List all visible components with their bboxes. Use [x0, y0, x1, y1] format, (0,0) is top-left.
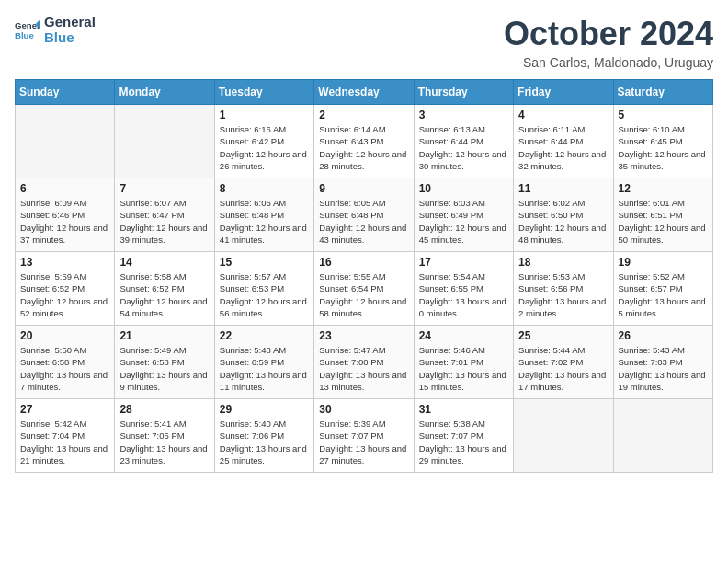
day-info: Sunrise: 6:09 AM Sunset: 6:46 PM Dayligh…	[20, 197, 109, 246]
day-number: 14	[119, 256, 209, 269]
day-number: 5	[619, 109, 708, 121]
month-title: October 2024	[504, 15, 713, 53]
calendar-day: 25Sunrise: 5:44 AM Sunset: 7:02 PM Dayli…	[514, 326, 613, 399]
calendar-day: 26Sunrise: 5:43 AM Sunset: 7:03 PM Dayli…	[613, 326, 712, 399]
calendar-day: 18Sunrise: 5:53 AM Sunset: 6:56 PM Dayli…	[514, 252, 613, 326]
day-info: Sunrise: 6:10 AM Sunset: 6:45 PM Dayligh…	[619, 123, 708, 172]
day-info: Sunrise: 6:02 AM Sunset: 6:50 PM Dayligh…	[518, 197, 608, 246]
calendar-day: 31Sunrise: 5:38 AM Sunset: 7:07 PM Dayli…	[414, 399, 513, 473]
weekday-header-friday: Friday	[514, 80, 613, 105]
day-number: 17	[419, 256, 508, 269]
day-info: Sunrise: 5:59 AM Sunset: 6:52 PM Dayligh…	[20, 270, 109, 319]
calendar-day: 16Sunrise: 5:55 AM Sunset: 6:54 PM Dayli…	[314, 252, 414, 326]
day-number: 29	[220, 403, 309, 416]
day-info: Sunrise: 6:11 AM Sunset: 6:44 PM Dayligh…	[518, 123, 608, 172]
title-block: October 2024 San Carlos, Maldonado, Urug…	[504, 15, 713, 70]
weekday-header-monday: Monday	[115, 80, 214, 105]
calendar-day: 30Sunrise: 5:39 AM Sunset: 7:07 PM Dayli…	[314, 399, 414, 473]
day-info: Sunrise: 6:01 AM Sunset: 6:51 PM Dayligh…	[619, 197, 708, 246]
day-info: Sunrise: 5:55 AM Sunset: 6:54 PM Dayligh…	[319, 270, 408, 319]
calendar-day	[16, 105, 115, 178]
weekday-header-wednesday: Wednesday	[314, 80, 414, 105]
calendar-day: 27Sunrise: 5:42 AM Sunset: 7:04 PM Dayli…	[16, 399, 115, 473]
day-info: Sunrise: 5:47 AM Sunset: 7:00 PM Dayligh…	[319, 344, 408, 393]
calendar-day: 4Sunrise: 6:11 AM Sunset: 6:44 PM Daylig…	[514, 105, 613, 178]
day-number: 9	[319, 182, 408, 195]
day-number: 10	[419, 182, 508, 195]
day-info: Sunrise: 5:54 AM Sunset: 6:55 PM Dayligh…	[419, 270, 508, 319]
day-number: 11	[518, 182, 608, 195]
calendar-table: SundayMondayTuesdayWednesdayThursdayFrid…	[15, 79, 713, 473]
calendar-week-1: 1Sunrise: 6:16 AM Sunset: 6:42 PM Daylig…	[16, 105, 713, 178]
day-info: Sunrise: 6:16 AM Sunset: 6:42 PM Dayligh…	[220, 123, 309, 172]
day-number: 24	[419, 329, 508, 342]
calendar-day: 29Sunrise: 5:40 AM Sunset: 7:06 PM Dayli…	[214, 399, 313, 473]
day-number: 3	[419, 109, 508, 121]
logo-blue-text: Blue	[44, 30, 96, 46]
calendar-day	[613, 399, 712, 473]
day-info: Sunrise: 6:06 AM Sunset: 6:48 PM Dayligh…	[220, 197, 309, 246]
day-info: Sunrise: 5:41 AM Sunset: 7:05 PM Dayligh…	[119, 418, 209, 466]
location: San Carlos, Maldonado, Uruguay	[504, 55, 713, 70]
day-info: Sunrise: 6:05 AM Sunset: 6:48 PM Dayligh…	[319, 197, 408, 246]
logo: General Blue General Blue	[15, 15, 96, 45]
day-number: 21	[119, 329, 209, 342]
calendar-day: 28Sunrise: 5:41 AM Sunset: 7:05 PM Dayli…	[115, 399, 214, 473]
day-number: 20	[20, 329, 109, 342]
calendar-day: 5Sunrise: 6:10 AM Sunset: 6:45 PM Daylig…	[613, 105, 712, 178]
day-info: Sunrise: 5:42 AM Sunset: 7:04 PM Dayligh…	[20, 418, 109, 466]
calendar-day: 11Sunrise: 6:02 AM Sunset: 6:50 PM Dayli…	[514, 178, 613, 252]
calendar-day: 19Sunrise: 5:52 AM Sunset: 6:57 PM Dayli…	[613, 252, 712, 326]
calendar-day: 13Sunrise: 5:59 AM Sunset: 6:52 PM Dayli…	[16, 252, 115, 326]
calendar-day: 2Sunrise: 6:14 AM Sunset: 6:43 PM Daylig…	[314, 105, 414, 178]
day-number: 18	[518, 256, 608, 269]
calendar-day	[514, 399, 613, 473]
calendar-day: 1Sunrise: 6:16 AM Sunset: 6:42 PM Daylig…	[214, 105, 313, 178]
day-info: Sunrise: 5:40 AM Sunset: 7:06 PM Dayligh…	[220, 418, 309, 466]
day-info: Sunrise: 5:58 AM Sunset: 6:52 PM Dayligh…	[119, 270, 209, 319]
calendar-day: 9Sunrise: 6:05 AM Sunset: 6:48 PM Daylig…	[314, 178, 414, 252]
day-info: Sunrise: 5:53 AM Sunset: 6:56 PM Dayligh…	[518, 270, 608, 319]
day-info: Sunrise: 5:57 AM Sunset: 6:53 PM Dayligh…	[220, 270, 309, 319]
svg-text:General: General	[15, 20, 40, 30]
day-info: Sunrise: 5:52 AM Sunset: 6:57 PM Dayligh…	[619, 270, 708, 319]
calendar-day: 21Sunrise: 5:49 AM Sunset: 6:58 PM Dayli…	[115, 326, 214, 399]
calendar-day: 6Sunrise: 6:09 AM Sunset: 6:46 PM Daylig…	[16, 178, 115, 252]
calendar-header: SundayMondayTuesdayWednesdayThursdayFrid…	[16, 80, 713, 105]
day-info: Sunrise: 5:39 AM Sunset: 7:07 PM Dayligh…	[319, 418, 408, 466]
weekday-header-tuesday: Tuesday	[214, 80, 313, 105]
day-info: Sunrise: 5:44 AM Sunset: 7:02 PM Dayligh…	[518, 344, 608, 393]
day-number: 8	[220, 182, 309, 195]
calendar-day: 12Sunrise: 6:01 AM Sunset: 6:51 PM Dayli…	[613, 178, 712, 252]
calendar-day: 7Sunrise: 6:07 AM Sunset: 6:47 PM Daylig…	[115, 178, 214, 252]
calendar-day: 14Sunrise: 5:58 AM Sunset: 6:52 PM Dayli…	[115, 252, 214, 326]
day-number: 30	[319, 403, 408, 416]
calendar-week-2: 6Sunrise: 6:09 AM Sunset: 6:46 PM Daylig…	[16, 178, 713, 252]
day-number: 28	[119, 403, 209, 416]
calendar-day: 24Sunrise: 5:46 AM Sunset: 7:01 PM Dayli…	[414, 326, 513, 399]
page-header: General Blue General Blue October 2024 S…	[15, 15, 713, 70]
day-number: 13	[20, 256, 109, 269]
calendar-day: 15Sunrise: 5:57 AM Sunset: 6:53 PM Dayli…	[214, 252, 313, 326]
calendar-day	[115, 105, 214, 178]
logo-general-text: General	[44, 15, 96, 30]
calendar-day: 23Sunrise: 5:47 AM Sunset: 7:00 PM Dayli…	[314, 326, 414, 399]
day-number: 26	[619, 329, 708, 342]
svg-text:Blue: Blue	[15, 29, 34, 40]
day-info: Sunrise: 5:49 AM Sunset: 6:58 PM Dayligh…	[119, 344, 209, 393]
day-info: Sunrise: 5:50 AM Sunset: 6:58 PM Dayligh…	[20, 344, 109, 393]
day-number: 16	[319, 256, 408, 269]
calendar-week-4: 20Sunrise: 5:50 AM Sunset: 6:58 PM Dayli…	[16, 326, 713, 399]
day-number: 22	[220, 329, 309, 342]
weekday-header-sunday: Sunday	[16, 80, 115, 105]
weekday-header-saturday: Saturday	[613, 80, 712, 105]
day-number: 2	[319, 109, 408, 121]
day-info: Sunrise: 5:38 AM Sunset: 7:07 PM Dayligh…	[419, 418, 508, 466]
day-number: 23	[319, 329, 408, 342]
calendar-day: 17Sunrise: 5:54 AM Sunset: 6:55 PM Dayli…	[414, 252, 513, 326]
day-info: Sunrise: 6:13 AM Sunset: 6:44 PM Dayligh…	[419, 123, 508, 172]
day-info: Sunrise: 6:14 AM Sunset: 6:43 PM Dayligh…	[319, 123, 408, 172]
weekday-header-thursday: Thursday	[414, 80, 513, 105]
calendar-day: 8Sunrise: 6:06 AM Sunset: 6:48 PM Daylig…	[214, 178, 313, 252]
logo-icon: General Blue	[15, 17, 40, 43]
